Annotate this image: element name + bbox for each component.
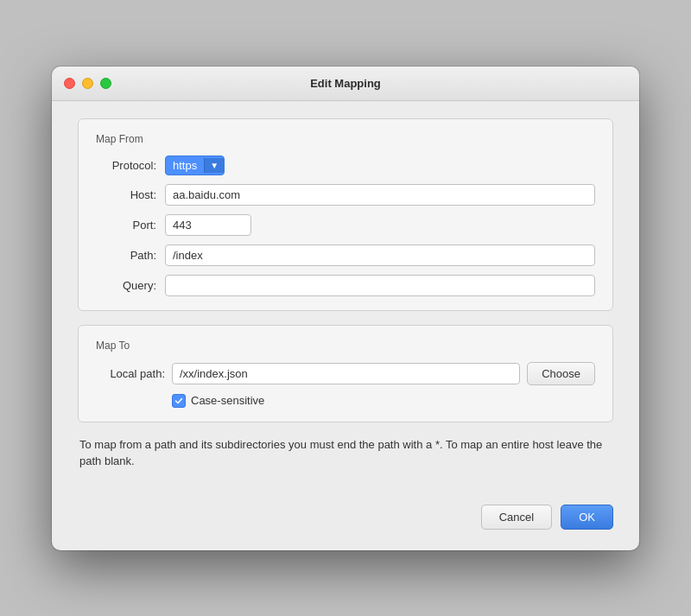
dialog-title: Edit Mapping (310, 77, 381, 90)
checkmark-icon (174, 397, 183, 405)
local-path-row: Local path: Choose (96, 362, 595, 385)
path-input[interactable] (165, 244, 595, 266)
port-input[interactable] (165, 214, 251, 236)
ok-button[interactable]: OK (561, 505, 613, 530)
map-to-label: Map To (96, 340, 595, 352)
map-to-section: Map To Local path: Choose Case-sensitive (78, 325, 613, 422)
edit-mapping-dialog: Edit Mapping Map From Protocol: https ▼ … (52, 67, 639, 550)
host-row: Host: (96, 184, 595, 206)
case-sensitive-checkbox[interactable] (172, 394, 186, 408)
map-to-content: Local path: Choose Case-sensitive (96, 362, 595, 408)
title-bar: Edit Mapping (52, 67, 639, 101)
path-row: Path: (96, 244, 595, 266)
maximize-button[interactable] (100, 78, 111, 89)
map-from-label: Map From (96, 133, 595, 145)
query-row: Query: (96, 275, 595, 296)
minimize-button[interactable] (82, 78, 93, 89)
case-sensitive-row: Case-sensitive (172, 394, 595, 408)
query-label: Query: (96, 279, 156, 292)
protocol-select[interactable]: https ▼ (165, 156, 225, 175)
protocol-value: https (166, 156, 204, 175)
query-input[interactable] (165, 275, 595, 296)
traffic-light-buttons (64, 78, 111, 89)
host-input[interactable] (165, 184, 595, 206)
dialog-body: Map From Protocol: https ▼ Host: Port: (52, 101, 639, 505)
host-label: Host: (96, 188, 156, 201)
protocol-label: Protocol: (96, 159, 156, 172)
map-from-section: Map From Protocol: https ▼ Host: Port: (78, 118, 613, 311)
local-path-input[interactable] (172, 363, 520, 384)
dialog-footer: Cancel OK (52, 505, 639, 550)
port-label: Port: (96, 219, 156, 232)
path-label: Path: (96, 249, 156, 262)
case-sensitive-label: Case-sensitive (191, 394, 264, 407)
protocol-dropdown-button[interactable]: ▼ (204, 158, 224, 173)
info-text: To map from a path and its subdirectorie… (78, 436, 613, 470)
local-path-label: Local path: (96, 367, 165, 380)
close-button[interactable] (64, 78, 75, 89)
choose-button[interactable]: Choose (527, 362, 595, 385)
port-row: Port: (96, 214, 595, 236)
protocol-row: Protocol: https ▼ (96, 156, 595, 175)
cancel-button[interactable]: Cancel (481, 505, 552, 530)
chevron-down-icon: ▼ (210, 161, 219, 170)
